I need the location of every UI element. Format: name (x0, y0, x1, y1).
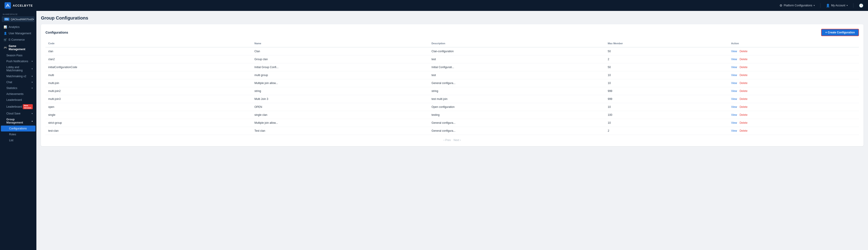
sidebar-item-ecommerce[interactable]: 🛒 E-Commerce (1, 37, 35, 43)
sidebar-label-user-management: User Management (9, 32, 31, 35)
delete-link[interactable]: Delete (740, 50, 747, 53)
account-button[interactable]: 👤 My Account ▾ (826, 4, 848, 7)
sidebar-label-game-management: Game Management (9, 44, 33, 51)
layout: NAMESPACE CL QACloudNWOTool2 ▾ 📊 Analyti… (0, 11, 868, 250)
topnav-right: ⚙ Platform Configurations ▾ 👤 My Account… (779, 3, 863, 8)
chevron-icon-lobby: ▾ (32, 68, 33, 70)
cell-name: Initial Group Confi... (252, 63, 429, 71)
sidebar-item-configurations[interactable]: Configurations (1, 126, 35, 132)
sidebar-item-leaderboard-new[interactable]: Leaderboard New Version (1, 103, 35, 111)
sidebar-item-group-management[interactable]: Group Management ▴ (1, 116, 35, 126)
view-link[interactable]: View (731, 58, 737, 61)
sidebar-item-achievements[interactable]: Achievements (1, 91, 35, 97)
sidebar-label-achievements: Achievements (6, 93, 24, 96)
cell-action: View Delete (728, 79, 859, 87)
cell-description: General configura... (429, 79, 605, 87)
sidebar-item-list[interactable]: List (1, 137, 35, 143)
delete-link[interactable]: Delete (740, 74, 747, 77)
sidebar-item-game-management[interactable]: 🎮 Game Management (1, 43, 35, 52)
cell-name: OPEN (252, 103, 429, 111)
namespace-selector[interactable]: CL QACloudNWOTool2 ▾ (2, 16, 35, 22)
cell-name: Multi Join 3 (252, 95, 429, 103)
topnav: ACCELBYTE ⚙ Platform Configurations ▾ 👤 … (0, 0, 868, 11)
chevron-icon-group-management: ▴ (32, 120, 33, 122)
sidebar-item-season-pass[interactable]: Season Pass (1, 52, 35, 58)
sidebar-label-season-pass: Season Pass (6, 54, 23, 57)
namespace-name: QACloudNWOTool2 (11, 18, 33, 21)
cell-description: test (429, 71, 605, 79)
sidebar-item-lobby-matchmaking[interactable]: Lobby and Matchmaking ▾ (1, 64, 35, 73)
delete-link[interactable]: Delete (740, 121, 747, 124)
sidebar-item-chat[interactable]: Chat ▾ (1, 79, 35, 85)
card-header: Configurations + Create Configuration (45, 29, 859, 36)
view-link[interactable]: View (731, 98, 737, 101)
cell-max-member: 10 (605, 71, 728, 79)
delete-link[interactable]: Delete (740, 58, 747, 61)
cell-code: multi-join (45, 79, 252, 87)
delete-link[interactable]: Delete (740, 105, 747, 109)
chevron-icon-cloud-save: ▾ (32, 112, 33, 115)
sidebar-item-push-notifications[interactable]: Push Notifications ▾ (1, 58, 35, 64)
cell-action: View Delete (728, 119, 859, 127)
namespace-left: CL QACloudNWOTool2 (4, 18, 33, 21)
platform-config-button[interactable]: ⚙ Platform Configurations ▾ (779, 4, 815, 7)
view-link[interactable]: View (731, 74, 737, 77)
table-row: multi multi group test 10 View Delete (45, 71, 859, 79)
nav-divider (820, 3, 820, 8)
configurations-card: Configurations + Create Configuration Co… (41, 24, 863, 146)
create-configuration-button[interactable]: + Create Configuration (821, 29, 859, 36)
view-link[interactable]: View (731, 129, 737, 132)
gear-icon: ⚙ (779, 4, 782, 7)
cell-code: test-clan (45, 127, 252, 135)
sidebar-label-matchmaking-v2: Matchmaking v2 (6, 75, 26, 78)
cell-max-member: 2 (605, 127, 728, 135)
table-row: strict-group Multiple join allow... Gene… (45, 119, 859, 127)
delete-link[interactable]: Delete (740, 90, 747, 93)
table-row: clan2 Group clan test 2 View Delete (45, 56, 859, 63)
cell-description: test (429, 56, 605, 63)
table-row: open OPEN Open configuration 10 View Del… (45, 103, 859, 111)
view-link[interactable]: View (731, 66, 737, 69)
view-link[interactable]: View (731, 50, 737, 53)
chevron-icon-statistics: ▾ (32, 87, 33, 89)
table-row: clan Clan Clan-configuration 50 View Del… (45, 47, 859, 56)
delete-link[interactable]: Delete (740, 66, 747, 69)
clock-button[interactable]: 🕐 (859, 3, 863, 8)
col-code: Code (45, 40, 252, 47)
cell-max-member: 2 (605, 56, 728, 63)
view-link[interactable]: View (731, 105, 737, 109)
sidebar-label-leaderboard-new: Leaderboard (6, 105, 22, 108)
view-link[interactable]: View (731, 90, 737, 93)
cell-description: Initial Configurati... (429, 63, 605, 71)
sidebar-item-cloud-save[interactable]: Cloud Save ▾ (1, 111, 35, 116)
delete-link[interactable]: Delete (740, 81, 747, 85)
sidebar-item-statistics[interactable]: Statistics ▾ (1, 85, 35, 91)
cell-max-member: 999 (605, 87, 728, 95)
chevron-icon-push: ▾ (32, 60, 33, 63)
table-header-row: Code Name Description Max Member Action (45, 40, 859, 47)
col-action: Action (728, 40, 859, 47)
cell-description: testing (429, 111, 605, 119)
table-row: multi-join2 string string 999 View Delet… (45, 87, 859, 95)
prev-button[interactable]: ‹ Prev (443, 139, 451, 142)
view-link[interactable]: View (731, 113, 737, 116)
delete-link[interactable]: Delete (740, 113, 747, 116)
cell-code: clan (45, 47, 252, 56)
view-link[interactable]: View (731, 121, 737, 124)
view-link[interactable]: View (731, 81, 737, 85)
sidebar-item-leaderboard[interactable]: Leaderboard (1, 97, 35, 103)
delete-link[interactable]: Delete (740, 98, 747, 101)
sidebar-label-leaderboard: Leaderboard (6, 98, 22, 102)
sidebar-item-analytics[interactable]: 📊 Analytics (1, 24, 35, 30)
sidebar-item-user-management[interactable]: 👤 User Management (1, 30, 35, 37)
sidebar-label-group-management: Group Management (6, 118, 32, 124)
cell-code: multi (45, 71, 252, 79)
sidebar-item-matchmaking-v2[interactable]: Matchmaking v2 ▾ (1, 73, 35, 79)
delete-link[interactable]: Delete (740, 129, 747, 132)
game-management-icon: 🎮 (4, 46, 7, 49)
sidebar-label-list: List (9, 139, 13, 142)
cell-max-member: 10 (605, 79, 728, 87)
chevron-icon-matchmaking: ▾ (32, 75, 33, 77)
sidebar-item-roles[interactable]: Roles (1, 132, 35, 137)
next-button[interactable]: Next › (454, 139, 461, 142)
